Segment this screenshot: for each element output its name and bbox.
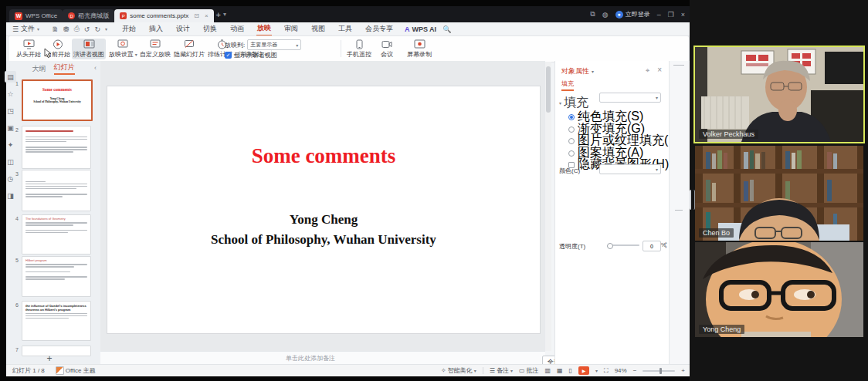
presenter-view-button[interactable]: 演讲者视图 — [72, 39, 106, 59]
tab-insert[interactable]: 插入 — [148, 22, 164, 35]
fit-slide-icon[interactable]: ⛶ — [604, 367, 609, 375]
pin-icon[interactable]: ⌖ — [646, 66, 649, 75]
fill-type-select[interactable]: ▾ — [599, 93, 661, 103]
spinner-control[interactable]: ▴▾ — [665, 240, 667, 249]
maximize-button[interactable]: ❐ — [668, 11, 674, 19]
add-slide-button[interactable]: + — [43, 353, 56, 364]
show-settings-button[interactable]: 放映设置 ▾ — [107, 39, 139, 59]
normal-view-button[interactable]: ▥ — [544, 367, 551, 374]
screen-record-button[interactable]: 屏幕录制 — [405, 39, 433, 59]
tab-member[interactable]: 会员专享 — [364, 22, 394, 35]
chart-tool-icon[interactable]: ◫ — [5, 156, 16, 167]
fill-tab[interactable]: 填充 — [561, 79, 574, 91]
tab-tools[interactable]: 工具 — [337, 22, 353, 35]
tab-slideshow[interactable]: 放映 — [256, 22, 272, 36]
skin-icon[interactable]: ◍ — [602, 11, 609, 19]
minimize-button[interactable]: – — [657, 11, 661, 19]
toolbar-divider — [675, 210, 683, 211]
tab-design[interactable]: 设计 — [175, 22, 191, 35]
tab-pin-icon[interactable]: ⊡ — [194, 12, 199, 19]
slide-thumbnail-3[interactable] — [22, 170, 91, 211]
reading-view-button[interactable]: ▯ — [569, 367, 572, 374]
scrollbar-handle[interactable] — [546, 66, 551, 113]
zoom-slider[interactable] — [643, 370, 675, 372]
star-tool-icon[interactable]: ☆ — [5, 88, 16, 99]
tab-animation[interactable]: 动画 — [229, 22, 245, 35]
tab-wps-home[interactable]: W WPS Office — [9, 9, 63, 22]
slide-thumbnail-6[interactable]: the influence of Goedel's incompleteness… — [22, 301, 91, 341]
search-icon[interactable]: 🔍 — [442, 25, 451, 33]
slide-title[interactable]: Some comments — [107, 144, 540, 168]
canvas-scrollbar[interactable] — [545, 62, 551, 351]
video-tile-3[interactable]: Yong Cheng — [695, 242, 863, 337]
transparency-value[interactable]: 0 — [643, 241, 661, 251]
sorter-view-button[interactable]: ▦ — [557, 367, 563, 374]
video-tile-1[interactable]: Volker Peckhaus — [695, 47, 863, 142]
file-menu[interactable]: ☰ 文件 ▾ — [6, 24, 46, 34]
slide-body-text[interactable]: Yong Cheng School of Philosophy, Wuhan U… — [107, 210, 540, 249]
from-beginning-button[interactable]: 从头开始 — [15, 39, 42, 59]
slide-thumbnail-1[interactable]: Some comments Yong Cheng School of Philo… — [22, 79, 93, 121]
custom-show-button[interactable]: 自定义放映 — [138, 39, 172, 59]
show-presenter-view-checkbox[interactable]: ✓ 显示演讲者视图 — [225, 51, 277, 59]
slide-thumbnail-7[interactable] — [22, 346, 91, 356]
panel-drag-handle[interactable] — [690, 190, 695, 210]
slideshow-play-button[interactable]: ▶ — [578, 366, 589, 375]
slide-thumbnail-5[interactable]: Hilbert program — [22, 256, 91, 297]
display-select[interactable]: 主要显示器 ▾ — [247, 39, 301, 50]
video-tile-2[interactable]: Chen Bo — [695, 146, 863, 241]
layout-icon[interactable]: ⧉ — [590, 10, 595, 19]
beautify-label: 智能美化 — [448, 366, 473, 375]
current-slide[interactable]: Some comments Yong Cheng School of Philo… — [107, 86, 540, 333]
tab-list-icon[interactable]: ▾ — [223, 11, 226, 18]
shapes-tool-icon[interactable]: ◳ — [5, 105, 16, 116]
tab-review[interactable]: 审阅 — [283, 22, 299, 35]
notes-button[interactable]: ☰ 备注 ▾ — [490, 366, 513, 375]
play-caret-icon[interactable]: ▾ — [595, 368, 598, 373]
beautify-button[interactable]: ✧ 智能美化 ▾ — [441, 366, 476, 375]
animation-tool-icon[interactable]: ✦ — [5, 139, 16, 150]
zoom-out-button[interactable]: − — [633, 367, 637, 374]
meeting-button[interactable]: 会议 — [379, 39, 395, 59]
close-button[interactable]: × — [681, 11, 685, 19]
comments-button[interactable]: ▭ 批注 — [519, 366, 539, 375]
undo-icon[interactable]: ↺ — [84, 25, 90, 33]
color-select[interactable]: ▾ — [599, 164, 661, 174]
phone-remote-button[interactable]: 手机遥控 — [345, 39, 373, 59]
tab-docer[interactable]: D 稻壳商城版 — [63, 9, 114, 22]
slides-tab[interactable]: 幻灯片 — [54, 62, 75, 75]
help-tool-icon[interactable]: ◷ — [5, 173, 16, 184]
image-tool-icon[interactable]: ▣ — [5, 122, 16, 133]
from-beginning-label: 从头开始 — [16, 50, 41, 59]
panel-title[interactable]: 对象属性 ▾ — [561, 66, 594, 76]
tab-transition[interactable]: 切换 — [202, 22, 218, 35]
collapse-panel-icon[interactable]: ‹ — [94, 64, 97, 72]
beautify-caret-icon: ▾ — [474, 368, 476, 373]
hide-slide-button[interactable]: 隐藏幻灯片 — [172, 39, 206, 59]
outline-tab[interactable]: 大纲 — [32, 64, 46, 74]
tab-document[interactable]: P some comments.pptx ⊡ × — [114, 9, 213, 22]
properties-tool-icon[interactable]: ▤ — [5, 71, 16, 83]
panel-close-icon[interactable]: × — [657, 66, 662, 74]
notes-input[interactable]: 单击此处添加备注 — [100, 351, 545, 364]
login-button[interactable]: ● 立即登录 — [615, 10, 650, 19]
transparency-slider[interactable] — [609, 244, 639, 246]
clip-tool-icon[interactable]: ◨ — [5, 190, 16, 201]
print-icon[interactable]: ⎙ — [74, 25, 80, 33]
tab-home[interactable]: 开始 — [121, 22, 137, 35]
slider-handle[interactable] — [607, 243, 613, 249]
slide-thumbnail-2[interactable] — [22, 126, 91, 169]
zoom-in-button[interactable]: + — [681, 367, 685, 374]
redo-icon[interactable]: ↻ — [94, 25, 100, 33]
tab-view[interactable]: 视图 — [310, 22, 326, 35]
new-tab-button[interactable]: + — [216, 10, 221, 19]
wps-ai-button[interactable]: A WPS AI — [405, 25, 436, 33]
tab-close-icon[interactable]: × — [205, 12, 209, 19]
save-icon[interactable]: ⛃ — [63, 25, 70, 33]
screen-record-icon — [414, 39, 426, 49]
theme-indicator[interactable]: Office 主题 — [56, 366, 96, 375]
new-doc-icon[interactable]: 🗎 — [52, 25, 59, 33]
slide-affiliation: School of Philosophy, Wuhan University — [107, 230, 540, 250]
zoom-slider-handle[interactable] — [659, 368, 662, 374]
slide-thumbnail-4[interactable]: The foundations of Geometry — [22, 214, 91, 255]
